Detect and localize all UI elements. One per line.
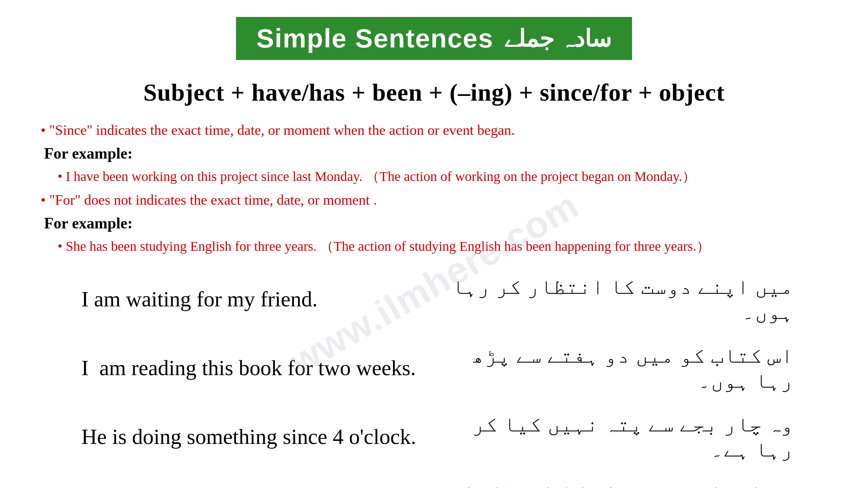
rules-section: • "Since" indicates the exact time, date…: [27, 122, 841, 256]
urdu-sentence-2: اس کتاب کو میں دو ہفتے سے پڑھ رہا ہوں۔: [437, 343, 821, 393]
title-urdu: سادہ جملے: [504, 25, 612, 53]
sentence-row-1: I am waiting for my friend. میں اپنے دوس…: [47, 274, 821, 324]
since-rule-text: "Since" indicates the exact time, date, …: [49, 122, 515, 138]
urdu-sentence-4: وہ اب تک میرے جواب کا انتظار کر رہا ہے۔: [437, 481, 821, 488]
urdu-sentence-1: میں اپنے دوست کا انتظار کر رہا ہوں۔: [437, 274, 821, 324]
for-example-2: For example:: [44, 214, 827, 232]
page: www.ilmhere.com Simple Sentences سادہ جم…: [0, 0, 868, 488]
for-example-1: For example:: [44, 144, 827, 162]
example-since: • I have been working on this project si…: [58, 167, 827, 186]
example-for: • She has been studying English for thre…: [58, 237, 827, 256]
title-english: Simple Sentences: [256, 23, 494, 54]
for-rule-text: "For" does not indicates the exact time,…: [49, 192, 377, 208]
for-rule: • "For" does not indicates the exact tim…: [41, 192, 827, 208]
eng-sentence-3: He is doing something since 4 o'clock.: [47, 424, 437, 449]
title-wrapper: Simple Sentences سادہ جملے: [27, 17, 841, 79]
sentence-row-3: He is doing something since 4 o'clock. و…: [47, 412, 821, 462]
eng-sentence-2: I am reading this book for two weeks.: [47, 355, 437, 381]
formula: Subject + have/has + been + (–ing) + sin…: [27, 79, 841, 107]
sentences-section: I am waiting for my friend. میں اپنے دوس…: [27, 274, 841, 488]
sentence-row-4: He is still waiting for my reply. وہ اب …: [47, 481, 821, 488]
eng-sentence-1: I am waiting for my friend.: [47, 287, 437, 312]
title-box: Simple Sentences سادہ جملے: [236, 17, 632, 60]
sentence-row-2: I am reading this book for two weeks. اس…: [47, 343, 821, 393]
bullet-since: •: [41, 122, 46, 138]
since-rule: • "Since" indicates the exact time, date…: [41, 122, 827, 138]
urdu-sentence-3: وہ چار بجے سے پتہ نہیں کیا کر رہا ہے۔: [437, 412, 821, 462]
bullet-for: •: [41, 192, 46, 208]
